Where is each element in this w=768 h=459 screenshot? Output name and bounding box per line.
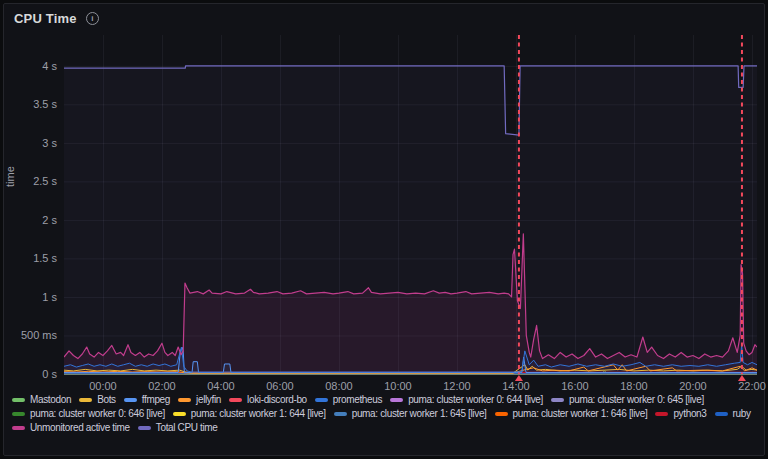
svg-text:500 ms: 500 ms: [21, 329, 58, 341]
svg-text:18:00: 18:00: [620, 380, 648, 392]
legend-row: puma: cluster worker 0: 646 [live]puma: …: [12, 408, 757, 419]
legend-item[interactable]: puma: cluster worker 0: 644 [live]: [390, 394, 543, 405]
legend-item[interactable]: ffmpeg: [124, 394, 170, 405]
legend-swatch-icon: [334, 412, 347, 416]
legend-swatch-icon: [315, 398, 328, 402]
legend-label: Mastodon: [30, 394, 71, 405]
legend-swatch-icon: [138, 426, 151, 430]
legend-item[interactable]: ruby: [715, 408, 751, 419]
legend-label: puma: cluster worker 0: 646 [live]: [30, 408, 165, 419]
svg-text:3 s: 3 s: [42, 137, 57, 149]
legend-swatch-icon: [495, 412, 508, 416]
svg-text:3.5 s: 3.5 s: [33, 98, 57, 110]
svg-text:00:00: 00:00: [89, 380, 117, 392]
svg-text:08:00: 08:00: [325, 380, 353, 392]
legend-label: Unmonitored active time: [30, 422, 130, 433]
legend-label: jellyfin: [196, 394, 221, 405]
legend-item[interactable]: puma: cluster worker 0: 645 [live]: [551, 394, 704, 405]
legend-label: Bots: [97, 394, 116, 405]
svg-text:10:00: 10:00: [384, 380, 412, 392]
legend-item[interactable]: Unmonitored active time: [12, 422, 130, 433]
legend-swatch-icon: [124, 398, 137, 402]
svg-text:04:00: 04:00: [207, 380, 235, 392]
legend-label: puma: cluster worker 0: 644 [live]: [408, 394, 543, 405]
svg-text:22:00: 22:00: [738, 380, 766, 392]
legend-label: python3: [673, 408, 706, 419]
legend-item[interactable]: Bots: [79, 394, 116, 405]
legend-item[interactable]: jellyfin: [178, 394, 221, 405]
svg-text:4 s: 4 s: [42, 60, 57, 72]
legend-label: ffmpeg: [142, 394, 170, 405]
legend-item[interactable]: python3: [655, 408, 706, 419]
legend-label: ruby: [733, 408, 751, 419]
legend-swatch-icon: [12, 412, 25, 416]
legend-item[interactable]: puma: cluster worker 0: 646 [live]: [12, 408, 165, 419]
legend-item[interactable]: Total CPU time: [138, 422, 218, 433]
legend-swatch-icon: [390, 398, 403, 402]
series-fill: [64, 66, 757, 374]
svg-text:20:00: 20:00: [679, 380, 707, 392]
legend-row: Unmonitored active timeTotal CPU time: [12, 422, 757, 433]
panel-header: CPU Time i: [14, 9, 99, 27]
legend-item[interactable]: loki-discord-bo: [229, 394, 307, 405]
legend-label: loki-discord-bo: [247, 394, 307, 405]
legend-swatch-icon: [12, 398, 25, 402]
legend-item[interactable]: puma: cluster worker 1: 644 [live]: [173, 408, 326, 419]
legend-item[interactable]: Mastodon: [12, 394, 71, 405]
legend-swatch-icon: [79, 398, 92, 402]
svg-text:2 s: 2 s: [42, 214, 57, 226]
legend-swatch-icon: [551, 398, 564, 402]
legend-item[interactable]: prometheus: [315, 394, 382, 405]
legend-label: puma: cluster worker 0: 645 [live]: [569, 394, 704, 405]
legend-swatch-icon: [655, 412, 668, 416]
cpu-time-panel: CPU Time i time 0 s500 ms1 s1.5 s2 s2.5 …: [3, 3, 765, 456]
svg-text:1 s: 1 s: [42, 291, 57, 303]
panel-title[interactable]: CPU Time: [14, 11, 77, 26]
legend-swatch-icon: [715, 412, 728, 416]
legend-row: MastodonBotsffmpegjellyfinloki-discord-b…: [12, 394, 757, 405]
series-plot: [64, 66, 757, 374]
svg-text:12:00: 12:00: [443, 380, 471, 392]
legend-swatch-icon: [12, 426, 25, 430]
legend: MastodonBotsffmpegjellyfinloki-discord-b…: [12, 394, 757, 433]
legend-item[interactable]: puma: cluster worker 1: 645 [live]: [334, 408, 487, 419]
legend-label: Total CPU time: [156, 422, 218, 433]
legend-item[interactable]: puma: cluster worker 1: 646 [live]: [495, 408, 648, 419]
svg-text:02:00: 02:00: [148, 380, 176, 392]
svg-text:06:00: 06:00: [266, 380, 294, 392]
info-icon[interactable]: i: [86, 12, 99, 25]
legend-label: puma: cluster worker 1: 644 [live]: [191, 408, 326, 419]
svg-text:0 s: 0 s: [42, 368, 57, 380]
svg-text:16:00: 16:00: [561, 380, 589, 392]
legend-swatch-icon: [229, 398, 242, 402]
legend-label: prometheus: [333, 394, 382, 405]
legend-label: puma: cluster worker 1: 646 [live]: [513, 408, 648, 419]
svg-text:2.5 s: 2.5 s: [33, 175, 57, 187]
legend-swatch-icon: [178, 398, 191, 402]
legend-label: puma: cluster worker 1: 645 [live]: [352, 408, 487, 419]
svg-text:14:00: 14:00: [502, 380, 530, 392]
cpu-time-chart[interactable]: 0 s500 ms1 s1.5 s2 s2.5 s3 s3.5 s4 s00:0…: [0, 0, 768, 459]
svg-text:1.5 s: 1.5 s: [33, 252, 57, 264]
legend-swatch-icon: [173, 412, 186, 416]
